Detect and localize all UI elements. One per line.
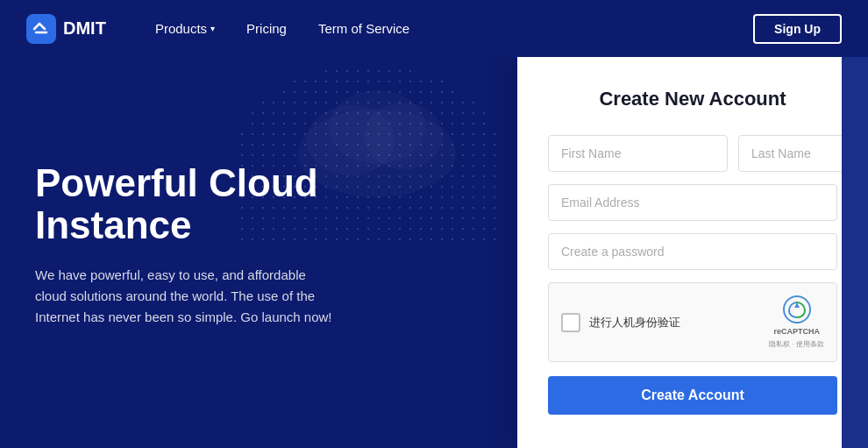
chevron-down-icon: ▾ [210,24,215,33]
logo-icon [26,14,56,44]
first-name-input[interactable] [548,135,728,172]
logo[interactable]: DMIT [26,14,106,44]
hero-description: We have powerful, easy to use, and affor… [35,265,333,328]
recaptcha-widget[interactable]: 进行人机身份验证 reCAPTCHA 隐私权 · 使用条款 [548,282,837,362]
nav-item-pricing[interactable]: Pricing [232,14,301,43]
recaptcha-text: 进行人机身份验证 [589,315,680,331]
recaptcha-branding: reCAPTCHA 隐私权 · 使用条款 [769,295,824,349]
nav-item-products[interactable]: Products ▾ [141,14,229,43]
password-input[interactable] [548,233,837,270]
signup-button[interactable]: Sign Up [753,14,842,44]
svg-point-4 [784,296,810,323]
hero-section: Powerful Cloud Instance We have powerful… [0,57,517,448]
name-row [548,135,837,172]
navbar: DMIT Products ▾ Pricing Term of Service … [0,0,868,57]
form-title: Create New Account [548,88,837,110]
main-content: Powerful Cloud Instance We have powerful… [0,57,868,448]
nav-item-tos[interactable]: Term of Service [304,14,423,43]
signup-form-panel: Create New Account 进行人机身份验证 reCAPTC [517,57,868,448]
recaptcha-checkbox[interactable] [561,313,580,332]
right-edge-decoration [842,57,868,448]
recaptcha-links: 隐私权 · 使用条款 [769,339,824,349]
recaptcha-logo-icon [783,295,811,324]
hero-title: Powerful Cloud Instance [35,162,482,247]
recaptcha-left: 进行人机身份验证 [561,313,680,332]
create-account-button[interactable]: Create Account [548,376,837,415]
navbar-actions: Sign Up [753,14,842,44]
svg-point-3 [329,90,425,164]
logo-text: DMIT [63,18,106,39]
recaptcha-label: reCAPTCHA [773,327,820,336]
nav-menu: Products ▾ Pricing Term of Service [141,14,753,43]
email-input[interactable] [548,184,837,221]
